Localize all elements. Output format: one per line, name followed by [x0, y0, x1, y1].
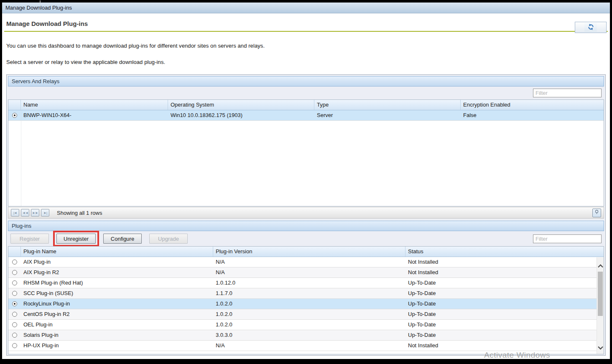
table-row[interactable]: HP-UX Plug-inN/ANot Installed — [8, 341, 604, 351]
plugin-status-cell: Up-To-Date — [405, 309, 604, 319]
table-row[interactable]: OEL Plug-in1.0.2.0Up-To-Date — [8, 320, 604, 330]
plugin-version-cell: 1.1.7.0 — [213, 288, 405, 298]
plugin-radio[interactable] — [12, 333, 17, 338]
radio-cell — [8, 330, 21, 340]
plugin-name-cell: Solaris Plug-in — [21, 330, 213, 340]
scrollbar-header-spacer — [597, 247, 604, 257]
page-title: Manage Download Plug-ins — [6, 20, 608, 27]
last-page-button[interactable]: ►| — [41, 209, 49, 216]
servers-col-encryption-enabled[interactable]: Encryption Enabled — [461, 100, 604, 110]
intro-line-1: You can use this dashboard to manage dow… — [6, 32, 608, 49]
plugins-table-body: AIX Plug-inN/ANot InstalledAIX Plug-in R… — [8, 257, 604, 354]
plugin-radio[interactable] — [12, 280, 17, 285]
table-row[interactable]: CentOS Plug-in R21.0.2.0Up-To-Date — [8, 309, 604, 320]
plugins-col-status[interactable]: Status — [405, 247, 597, 257]
table-row[interactable]: AIX Plug-inN/ANot Installed — [8, 257, 604, 267]
radio-cell — [8, 267, 21, 277]
servers-col-type[interactable]: Type — [314, 100, 461, 110]
plugin-version-cell: 1.0.2.0 — [213, 309, 405, 319]
plugins-panel-header: Plug-ins — [8, 221, 604, 231]
plugins-toolbar: RegisterUnregisterConfigureUpgrade — [8, 231, 604, 246]
plugin-name-cell: RockyLinux Plug-in — [21, 299, 213, 309]
servers-table: NameOperating SystemTypeEncryption Enabl… — [8, 99, 604, 206]
scroll-down-icon[interactable] — [597, 345, 604, 351]
servers-panel-header: Servers And Relays — [8, 76, 604, 87]
server-name-cell: BNWP-WIN10-X64- — [21, 110, 168, 120]
plugin-radio[interactable] — [12, 270, 17, 275]
tab-manage-download-plugins[interactable]: Manage Download Plug-ins — [2, 3, 610, 13]
plugin-name-cell: CentOS Plug-in R2 — [21, 309, 213, 319]
table-row[interactable]: BNWP-WIN10-X64-Win10 10.0.18362.175 (190… — [8, 110, 604, 121]
table-row[interactable]: Solaris Plug-in3.0.3.0Up-To-Date — [8, 330, 604, 341]
plugin-radio[interactable] — [12, 301, 17, 306]
activate-windows-watermark: Activate Windows — [484, 351, 550, 360]
server-radio[interactable] — [12, 113, 17, 118]
prev-page-button[interactable]: ◄◄ — [21, 209, 29, 216]
radio-cell — [8, 341, 21, 351]
table-row[interactable]: SCC Plug-in (SUSE)1.1.7.0Up-To-Date — [8, 288, 604, 299]
radio-cell — [8, 257, 21, 267]
dashboard-content: Manage Download Plug-ins You can use thi… — [2, 20, 610, 356]
plugin-version-cell: 3.0.3.0 — [213, 330, 405, 340]
upgrade-button[interactable]: Upgrade — [149, 234, 188, 244]
radio-cell — [8, 278, 21, 288]
plugin-name-cell: AIX Plug-in R2 — [21, 267, 213, 277]
radio-cell — [8, 320, 21, 330]
scroll-up-icon[interactable] — [597, 263, 604, 269]
plugins-scrollbar[interactable] — [597, 257, 604, 354]
plugins-table-header: Plug-in NamePlug-in VersionStatus — [8, 247, 604, 257]
radio-cell — [8, 110, 21, 120]
servers-filter-input[interactable] — [533, 89, 602, 97]
plugin-version-cell: N/A — [213, 257, 405, 267]
plugin-radio[interactable] — [12, 260, 17, 265]
table-row[interactable]: AIX Plug-in R2N/ANot Installed — [8, 267, 604, 278]
plugins-col-plug-in-version[interactable]: Plug-in Version — [213, 247, 405, 257]
plugin-status-cell: Not Installed — [405, 341, 604, 351]
unregister-button[interactable]: Unregister — [56, 234, 96, 244]
plugin-version-cell: N/A — [213, 341, 405, 351]
plugin-version-cell: 1.0.2.0 — [213, 299, 405, 309]
servers-pagination-bar: |◄◄◄►►►| Showing all 1 rows — [8, 207, 604, 219]
plugin-radio[interactable] — [12, 322, 17, 327]
plugin-name-cell: SCC Plug-in (SUSE) — [21, 288, 213, 298]
plugin-status-cell: Up-To-Date — [405, 320, 604, 330]
servers-table-body: BNWP-WIN10-X64-Win10 10.0.18362.175 (190… — [8, 110, 604, 206]
radio-cell — [8, 288, 21, 298]
table-row[interactable]: RockyLinux Plug-in1.0.2.0Up-To-Date — [8, 299, 604, 309]
plugin-version-cell: 1.0.12.0 — [213, 278, 405, 288]
servers-table-header: NameOperating SystemTypeEncryption Enabl… — [8, 100, 604, 110]
table-row[interactable]: RHSM Plug-in (Red Hat)1.0.12.0Up-To-Date — [8, 278, 604, 288]
hint-button[interactable] — [592, 209, 601, 217]
plugin-radio[interactable] — [12, 312, 17, 317]
dashboard-panels: Servers And Relays NameOperating SystemT… — [6, 74, 606, 356]
first-page-button[interactable]: |◄ — [11, 209, 19, 216]
plugin-radio[interactable] — [12, 343, 17, 348]
window-chrome-notch — [40, 0, 41, 3]
lightbulb-icon — [594, 209, 599, 216]
configure-button[interactable]: Configure — [103, 234, 142, 244]
plugin-name-cell: RHSM Plug-in (Red Hat) — [21, 278, 213, 288]
server-type-cell: Server — [314, 110, 461, 120]
refresh-button-container — [575, 22, 607, 33]
scrollbar-thumb[interactable] — [598, 272, 603, 316]
plugins-radio-column-header — [8, 247, 21, 257]
plugins-filter-input[interactable] — [533, 234, 602, 243]
pagination-status: Showing all 1 rows — [57, 210, 102, 216]
plugin-name-cell: HP-UX Plug-in — [21, 341, 213, 351]
radio-cell — [8, 309, 21, 319]
servers-col-operating-system[interactable]: Operating System — [168, 100, 314, 110]
radio-cell — [8, 299, 21, 309]
server-os-cell: Win10 10.0.18362.175 (1903) — [168, 110, 314, 120]
plugins-col-plug-in-name[interactable]: Plug-in Name — [21, 247, 213, 257]
refresh-button[interactable] — [584, 23, 597, 32]
plugin-version-cell: 1.0.2.0 — [213, 320, 405, 330]
register-button[interactable]: Register — [10, 234, 49, 244]
plugin-radio[interactable] — [12, 291, 17, 296]
tab-title: Manage Download Plug-ins — [5, 5, 72, 11]
plugins-panel: Plug-ins RegisterUnregisterConfigureUpgr… — [8, 221, 604, 354]
plugin-name-cell: OEL Plug-in — [21, 320, 213, 330]
next-page-button[interactable]: ►► — [31, 209, 39, 216]
plugin-status-cell: Up-To-Date — [405, 288, 604, 298]
plugins-table: Plug-in NamePlug-in VersionStatus AIX Pl… — [8, 246, 604, 354]
servers-col-name[interactable]: Name — [21, 100, 168, 110]
